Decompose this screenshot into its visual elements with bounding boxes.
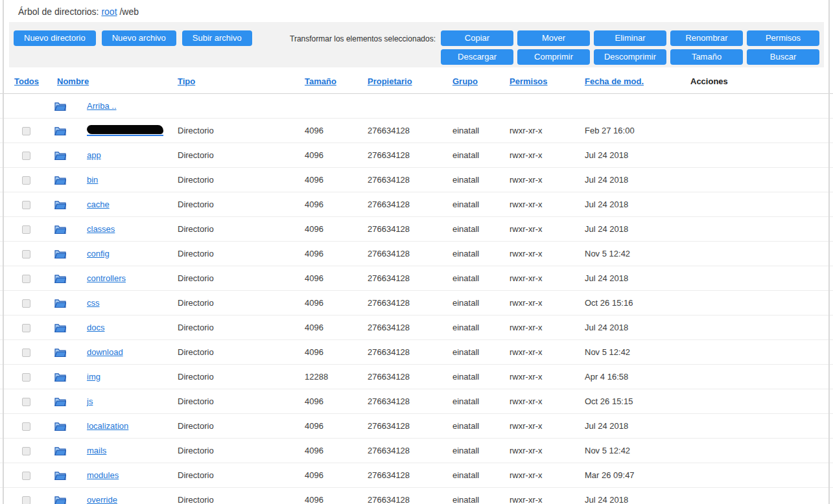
permissions-button[interactable]: Permisos <box>747 30 819 46</box>
file-actions <box>676 291 833 315</box>
file-name-link[interactable]: controllers <box>87 273 126 283</box>
file-name-link[interactable]: mails <box>87 446 106 455</box>
header-sort-size[interactable]: Tamaño <box>305 76 336 86</box>
file-type: Directorio <box>163 488 290 504</box>
compress-button[interactable]: Comprimir <box>517 49 590 65</box>
header-sort-group[interactable]: Grupo <box>452 76 478 86</box>
table-row: config Directorio 4096 276634128 einatal… <box>0 242 833 266</box>
file-date: Nov 5 12:42 <box>570 439 676 463</box>
folder-icon <box>54 274 66 284</box>
row-checkbox[interactable] <box>22 496 30 504</box>
header-sort-permissions[interactable]: Permisos <box>510 76 548 86</box>
breadcrumb-root-link[interactable]: root <box>101 6 117 17</box>
header-sort-date[interactable]: Fecha de mod. <box>585 76 644 86</box>
delete-button[interactable]: Eliminar <box>594 30 666 46</box>
new-directory-button[interactable]: Nuevo directorio <box>14 30 96 46</box>
breadcrumb-label: Árbol de directorios: <box>18 6 99 17</box>
file-date: Jul 24 2018 <box>570 143 676 168</box>
file-date: Jul 24 2018 <box>570 414 676 439</box>
upload-file-button[interactable]: Subir archivo <box>182 30 252 46</box>
download-button[interactable]: Descargar <box>441 49 513 65</box>
file-name-link[interactable]: css <box>87 298 100 308</box>
row-checkbox[interactable] <box>22 324 30 332</box>
file-type: Directorio <box>163 291 290 315</box>
file-name-link[interactable]: app <box>87 150 101 160</box>
row-checkbox[interactable] <box>22 275 30 283</box>
up-directory-row: Arriba .. <box>0 94 833 119</box>
file-type: Directorio <box>163 414 290 439</box>
redacted-name <box>87 125 163 134</box>
row-checkbox[interactable] <box>22 152 30 160</box>
file-group: einatall <box>438 217 495 242</box>
file-permissions: rwxr-xr-x <box>495 217 570 242</box>
file-name-link[interactable] <box>87 125 163 136</box>
file-permissions: rwxr-xr-x <box>495 192 570 217</box>
file-date: Jul 24 2018 <box>570 266 676 291</box>
file-permissions: rwxr-xr-x <box>495 242 570 266</box>
row-checkbox[interactable] <box>22 422 30 431</box>
file-type: Directorio <box>163 340 290 365</box>
file-name-link[interactable]: modules <box>87 470 119 480</box>
folder-icon <box>54 126 66 136</box>
file-name-link[interactable]: bin <box>87 175 98 185</box>
file-name-link[interactable]: classes <box>87 224 115 234</box>
file-name-link[interactable]: localization <box>87 421 128 431</box>
file-permissions: rwxr-xr-x <box>495 119 570 143</box>
file-date: Apr 4 16:58 <box>570 365 676 389</box>
file-owner: 276634128 <box>353 266 438 291</box>
search-button[interactable]: Buscar <box>747 49 819 65</box>
file-type: Directorio <box>163 266 290 291</box>
header-select-all[interactable]: Todos <box>14 76 39 86</box>
row-checkbox[interactable] <box>22 472 30 480</box>
decompress-button[interactable]: Descomprimir <box>594 49 666 65</box>
file-size: 4096 <box>290 463 353 488</box>
file-permissions <box>495 94 570 119</box>
file-actions <box>676 266 833 291</box>
size-button[interactable]: Tamaño <box>670 49 743 65</box>
header-sort-type[interactable]: Tipo <box>178 76 195 86</box>
file-name-link[interactable]: js <box>87 396 93 406</box>
file-actions <box>676 414 833 439</box>
file-date: Jul 24 2018 <box>570 315 676 340</box>
table-row: docs Directorio 4096 276634128 einatall … <box>0 315 833 340</box>
file-group: einatall <box>438 463 495 488</box>
folder-icon <box>54 249 66 259</box>
row-checkbox[interactable] <box>22 398 30 406</box>
file-permissions: rwxr-xr-x <box>495 291 570 315</box>
row-checkbox[interactable] <box>22 201 30 209</box>
file-size: 4096 <box>290 119 353 143</box>
copy-button[interactable]: Copiar <box>441 30 513 46</box>
file-name-link[interactable]: config <box>87 249 110 258</box>
row-checkbox[interactable] <box>22 127 30 135</box>
row-checkbox[interactable] <box>22 447 30 455</box>
file-name-link[interactable]: Arriba .. <box>87 101 117 111</box>
rename-button[interactable]: Renombrar <box>670 30 743 46</box>
table-row: localization Directorio 4096 276634128 e… <box>0 414 833 439</box>
file-actions <box>676 340 833 365</box>
page-left-border <box>3 0 4 504</box>
new-file-button[interactable]: Nuevo archivo <box>102 30 176 46</box>
move-button[interactable]: Mover <box>517 30 590 46</box>
file-name-link[interactable]: img <box>87 372 100 382</box>
file-name-link[interactable]: docs <box>87 323 104 332</box>
folder-icon <box>54 496 66 504</box>
row-checkbox[interactable] <box>22 176 30 185</box>
file-name-link[interactable]: cache <box>87 200 110 209</box>
row-checkbox[interactable] <box>22 225 30 234</box>
header-sort-name[interactable]: Nombre <box>57 76 89 86</box>
row-checkbox[interactable] <box>22 299 30 308</box>
file-permissions: rwxr-xr-x <box>495 143 570 168</box>
file-name-link[interactable]: download <box>87 347 123 357</box>
folder-icon <box>54 397 66 407</box>
file-owner: 276634128 <box>353 168 438 192</box>
header-sort-owner[interactable]: Propietario <box>368 76 412 86</box>
file-name-link[interactable]: override <box>87 495 117 504</box>
row-checkbox[interactable] <box>22 250 30 258</box>
file-type: Directorio <box>163 365 290 389</box>
folder-icon <box>54 176 66 185</box>
row-checkbox[interactable] <box>22 349 30 357</box>
file-type: Directorio <box>163 168 290 192</box>
row-checkbox[interactable] <box>22 373 30 382</box>
file-size: 4096 <box>290 291 353 315</box>
file-actions <box>676 439 833 463</box>
